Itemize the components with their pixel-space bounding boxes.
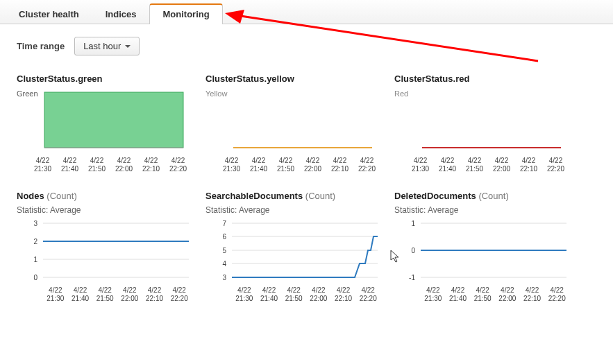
chart-xaxis: 4/2221:304/2221:404/2221:504/2222:004/22… — [205, 286, 380, 302]
xtick: 4/2221:50 — [83, 157, 110, 173]
svg-text:4: 4 — [222, 260, 226, 268]
xtick: 4/2222:10 — [520, 286, 545, 302]
xtick: 4/2221:40 — [68, 286, 93, 302]
xtick: 4/2222:00 — [495, 286, 520, 302]
xtick: 4/2221:30 — [43, 286, 68, 302]
xtick: 4/2221:30 — [218, 157, 245, 173]
xtick: 4/2222:20 — [165, 157, 192, 173]
chart-deleted-documents: DeletedDocuments (Count) Statistic: Aver… — [394, 191, 569, 302]
svg-text:0: 0 — [33, 274, 37, 281]
xtick: 4/2221:30 — [407, 157, 434, 173]
svg-text:3: 3 — [33, 220, 37, 227]
xtick: 4/2221:40 — [257, 286, 282, 302]
svg-rect-3 — [44, 92, 183, 148]
xtick: 4/2221:30 — [232, 286, 257, 302]
time-range-label: Time range — [17, 41, 65, 51]
chart-title: ClusterStatus.yellow — [205, 73, 294, 84]
chart-title: ClusterStatus.red — [394, 73, 469, 84]
xtick: 4/2221:50 — [92, 286, 117, 302]
chart-plot: Green — [17, 88, 192, 152]
xtick: 4/2221:40 — [434, 157, 461, 173]
time-range-dropdown[interactable]: Last hour — [74, 37, 140, 55]
chart-unit: (Count) — [305, 191, 335, 201]
xtick: 4/2222:10 — [331, 286, 356, 302]
xtick: 4/2221:40 — [446, 286, 471, 302]
svg-text:5: 5 — [222, 247, 226, 254]
tabs-bar: Cluster health Indices Monitoring — [0, 0, 613, 24]
svg-text:1: 1 — [411, 220, 415, 227]
chart-xaxis: 4/2221:304/2221:404/2221:504/2222:004/22… — [394, 286, 569, 302]
chart-cluster-status-yellow: ClusterStatus.yellow Yellow 4/2221:304/2… — [205, 73, 380, 173]
svg-text:0: 0 — [411, 247, 415, 254]
chart-plot: Red — [394, 88, 569, 152]
time-range-row: Time range Last hour — [17, 37, 599, 55]
chart-title: ClusterStatus.green — [17, 73, 103, 84]
charts-grid: ClusterStatus.green Green 4/2221:304/222… — [17, 73, 599, 302]
tab-cluster-health[interactable]: Cluster health — [6, 3, 92, 24]
xtick: 4/2222:20 — [353, 157, 380, 173]
xtick: 4/2221:30 — [421, 286, 446, 302]
chart-unit: (Count) — [47, 191, 76, 201]
chart-title: SearchableDocuments — [205, 191, 303, 201]
xtick: 4/2222:20 — [544, 286, 569, 302]
chart-statistic: Statistic: Average — [394, 205, 569, 215]
chart-plot: 7 6 5 4 3 — [205, 218, 380, 281]
xtick: 4/2222:10 — [142, 286, 167, 302]
chart-title: DeletedDocuments — [394, 191, 476, 201]
xtick: 4/2221:50 — [281, 286, 306, 302]
xtick: 4/2222:20 — [355, 286, 380, 302]
tab-indices[interactable]: Indices — [92, 3, 150, 24]
xtick: 4/2222:00 — [117, 286, 142, 302]
chart-plot: 3 2 1 0 — [17, 218, 192, 281]
xtick: 4/2222:10 — [326, 157, 353, 173]
svg-text:2: 2 — [33, 238, 37, 245]
chart-xaxis: 4/2221:304/2221:404/2221:504/2222:004/22… — [205, 157, 380, 173]
chart-xaxis: 4/2221:304/2221:404/2221:504/2222:004/22… — [394, 157, 569, 173]
xtick: 4/2222:10 — [137, 157, 165, 173]
caret-down-icon — [125, 45, 131, 48]
svg-text:6: 6 — [222, 233, 226, 241]
chart-plot: Yellow — [205, 88, 380, 152]
svg-text:Red: Red — [394, 89, 408, 98]
chart-title: Nodes — [17, 191, 44, 201]
xtick: 4/2221:40 — [245, 157, 272, 173]
xtick: 4/2221:30 — [29, 157, 56, 173]
chart-plot: 1 0 -1 — [394, 218, 569, 281]
chart-searchable-documents: SearchableDocuments (Count) Statistic: A… — [205, 191, 380, 302]
chart-statistic: Statistic: Average — [205, 205, 380, 215]
xtick: 4/2222:00 — [299, 157, 326, 173]
chart-xaxis: 4/2221:304/2221:404/2221:504/2222:004/22… — [17, 286, 192, 302]
chart-nodes: Nodes (Count) Statistic: Average 3 2 1 0… — [17, 191, 192, 302]
svg-text:Green: Green — [17, 89, 38, 98]
xtick: 4/2222:00 — [110, 157, 137, 173]
xtick: 4/2222:00 — [488, 157, 515, 173]
svg-text:1: 1 — [33, 256, 37, 263]
time-range-value: Last hour — [83, 41, 121, 51]
svg-text:7: 7 — [222, 220, 226, 227]
xtick: 4/2222:20 — [542, 157, 569, 173]
chart-statistic: Statistic: Average — [17, 205, 192, 215]
xtick: 4/2221:50 — [272, 157, 299, 173]
xtick: 4/2221:40 — [56, 157, 83, 173]
xtick: 4/2221:50 — [461, 157, 488, 173]
chart-xaxis: 4/2221:304/2221:404/2221:504/2222:004/22… — [17, 157, 192, 173]
xtick: 4/2222:20 — [167, 286, 192, 302]
xtick: 4/2222:10 — [515, 157, 542, 173]
svg-text:3: 3 — [222, 274, 226, 281]
xtick: 4/2222:00 — [306, 286, 331, 302]
svg-text:Yellow: Yellow — [205, 89, 227, 98]
chart-unit: (Count) — [478, 191, 508, 201]
tab-monitoring[interactable]: Monitoring — [149, 3, 222, 24]
chart-cluster-status-red: ClusterStatus.red Red 4/2221:304/2221:40… — [394, 73, 569, 173]
chart-cluster-status-green: ClusterStatus.green Green 4/2221:304/222… — [17, 73, 192, 173]
svg-text:-1: -1 — [409, 274, 415, 281]
xtick: 4/2221:50 — [470, 286, 495, 302]
